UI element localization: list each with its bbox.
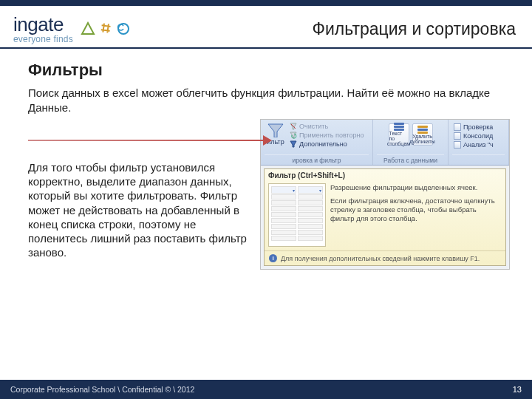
opt-reapply[interactable]: Применить повторно (290, 132, 364, 139)
remove-duplicates-button[interactable]: Удалить дубликаты (412, 123, 433, 146)
triangle-icon (81, 21, 95, 36)
page-number: 13 (513, 385, 522, 394)
footer-text: Corporate Professional School \ Confiden… (10, 385, 194, 394)
ribbon-group-data: Текст по столбцам Удалить дубликаты Рабо… (373, 120, 449, 165)
tooltip-subtitle: Разрешение фильтрации выделенных ячеек. (330, 183, 502, 192)
tooltip-panel: Фильтр (Ctrl+Shift+L) ▾ ▾ (264, 168, 506, 266)
whatif-icon (454, 141, 461, 149)
clear-icon (290, 123, 297, 130)
chevron-down-icon: ▾ (293, 188, 295, 193)
chevron-down-icon: ▾ (319, 188, 321, 193)
opt-clear-label: Очистить (299, 123, 328, 130)
info-icon: i (269, 254, 277, 262)
columns-icon (394, 123, 404, 131)
dup-label-1: Удалить (412, 134, 432, 139)
advanced-icon (290, 140, 297, 148)
opt-clear[interactable]: Очистить (290, 123, 364, 130)
paragraph-text: Для того чтобы фильтр установился коррек… (28, 160, 250, 259)
opt-reapply-label: Применить повторно (299, 132, 364, 139)
extra-whatif[interactable]: Анализ "ч (454, 141, 505, 149)
screenshot-panel: ильтр Очистить Применить повторно (260, 119, 510, 270)
duplicates-icon (417, 126, 428, 134)
extra-validation[interactable]: Проверка (454, 123, 505, 131)
left-column: Для того чтобы фильтр установился коррек… (28, 119, 250, 259)
reapply-icon (290, 132, 297, 139)
logo-name: ingate (13, 15, 73, 34)
extra-consolidate[interactable]: Консолид (454, 132, 505, 140)
ttc-label-2: столбцам (387, 141, 410, 146)
group-caption-data: Работа с данными (377, 154, 444, 164)
arrow-head-icon (263, 135, 272, 146)
footer: Corporate Professional School \ Confiden… (0, 380, 532, 399)
ribbon-group-extra: Проверка Консолид Анализ "ч (449, 120, 509, 165)
logo-shapes (81, 21, 131, 36)
content: Фильтры Поиск данных в excel может облег… (0, 49, 532, 270)
svg-marker-0 (82, 23, 94, 34)
extra-r2-label: Консолид (463, 132, 493, 140)
spiral-icon (116, 21, 131, 36)
group-caption-filter: ировка и фильтр (265, 154, 369, 164)
tooltip-footer: i Для получения дополнительных сведений … (265, 250, 505, 265)
group-caption-extra (452, 154, 505, 164)
opt-advanced[interactable]: Дополнительно (290, 140, 364, 148)
header: ingate everyone finds Фильтрация и сорти… (0, 6, 532, 49)
columns: Для того чтобы фильтр установился коррек… (28, 119, 510, 270)
section-title: Фильтры (28, 61, 510, 80)
svg-marker-6 (290, 141, 296, 147)
hash-icon (98, 21, 113, 36)
tooltip-text: Разрешение фильтрации выделенных ячеек. … (330, 183, 502, 247)
extra-r3-label: Анализ "ч (463, 141, 494, 149)
logo-block: ingate everyone finds (13, 15, 131, 44)
consolidate-icon (454, 132, 461, 140)
top-accent-bar (0, 0, 532, 6)
opt-advanced-label: Дополнительно (299, 140, 347, 148)
tooltip-title: Фильтр (Ctrl+Shift+L) (268, 171, 345, 180)
ttc-label-1: Текст по (389, 131, 409, 141)
text-to-columns-button[interactable]: Текст по столбцам (389, 123, 409, 146)
validation-icon (454, 123, 461, 131)
filter-options: Очистить Применить повторно Дополнительн… (290, 122, 364, 148)
logo-tagline: everyone finds (13, 35, 73, 44)
tooltip-body: Если фильтрация включена, достаточно щел… (330, 197, 502, 223)
extra-r1-label: Проверка (463, 123, 493, 131)
tooltip-thumbnail: ▾ ▾ (268, 183, 326, 247)
ribbon-group-filter: ильтр Очистить Применить повторно (261, 120, 373, 165)
logo-text: ingate everyone finds (13, 15, 73, 44)
excel-ribbon: ильтр Очистить Применить повторно (261, 120, 509, 166)
tooltip-footer-text: Для получения дополнительных сведений на… (281, 255, 480, 262)
intro-text: Поиск данных в excel может облегчить фун… (28, 86, 501, 115)
arrow-line (28, 140, 265, 141)
dup-label-2: дубликаты (409, 139, 435, 144)
page-title: Фильтрация и сортировка (312, 19, 516, 39)
